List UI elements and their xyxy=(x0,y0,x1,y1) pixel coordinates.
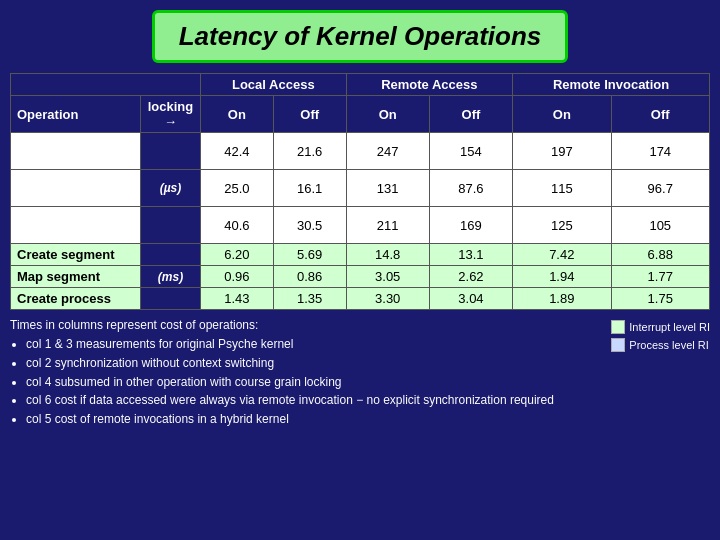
list-item: col 1 & 3 measurements for original Psyc… xyxy=(26,336,603,353)
on3-header: On xyxy=(513,96,611,133)
table-row: Find last in list of 10 40.6 30.5 211 16… xyxy=(11,207,710,244)
table-row: Enqueue + dequeue 42.4 21.6 247 154 197 … xyxy=(11,133,710,170)
legend: Interrupt level RI Process level RI xyxy=(611,320,710,352)
interrupt-label: Interrupt level RI xyxy=(629,321,710,333)
table-header-row-1: Local Access Remote Access Remote Invoca… xyxy=(11,74,710,96)
legend-interrupt: Interrupt level RI xyxy=(611,320,710,334)
off1-header: Off xyxy=(273,96,346,133)
locking-col-header: locking → xyxy=(141,96,201,133)
latency-table: Local Access Remote Access Remote Invoca… xyxy=(10,73,710,310)
on2-header: On xyxy=(346,96,429,133)
bottom-section: Times in columns represent cost of opera… xyxy=(10,318,710,430)
main-table-container: Local Access Remote Access Remote Invoca… xyxy=(10,73,710,310)
off2-header: Off xyxy=(429,96,512,133)
table-row: Find last in list of 5 (µs) 25.0 16.1 13… xyxy=(11,170,710,207)
list-item: col 2 synchronization without context sw… xyxy=(26,355,603,372)
operation-col-header: Operation xyxy=(11,96,141,133)
interrupt-color-box xyxy=(611,320,625,334)
list-item: col 5 cost of remote invocations in a hy… xyxy=(26,411,603,428)
remote-access-header: Remote Access xyxy=(346,74,513,96)
bullets-list: col 1 & 3 measurements for original Psyc… xyxy=(10,336,603,428)
process-color-box xyxy=(611,338,625,352)
off3-header: Off xyxy=(611,96,709,133)
table-row: Create segment 6.20 5.69 14.8 13.1 7.42 … xyxy=(11,244,710,266)
table-header-row-2: Operation locking → On Off On Off On Off xyxy=(11,96,710,133)
table-row: Create process 1.43 1.35 3.30 3.04 1.89 … xyxy=(11,288,710,310)
process-label: Process level RI xyxy=(629,339,708,351)
list-item: col 4 subsumed in other operation with c… xyxy=(26,374,603,391)
remote-invocation-header: Remote Invocation xyxy=(513,74,710,96)
bullets-section: Times in columns represent cost of opera… xyxy=(10,318,603,430)
page-title: Latency of Kernel Operations xyxy=(152,10,569,63)
local-access-header: Local Access xyxy=(201,74,347,96)
table-row: Map segment (ms) 0.96 0.86 3.05 2.62 1.9… xyxy=(11,266,710,288)
on1-header: On xyxy=(201,96,274,133)
bullets-intro: Times in columns represent cost of opera… xyxy=(10,318,603,332)
list-item: col 6 cost if data accessed were always … xyxy=(26,392,603,409)
legend-process: Process level RI xyxy=(611,338,710,352)
